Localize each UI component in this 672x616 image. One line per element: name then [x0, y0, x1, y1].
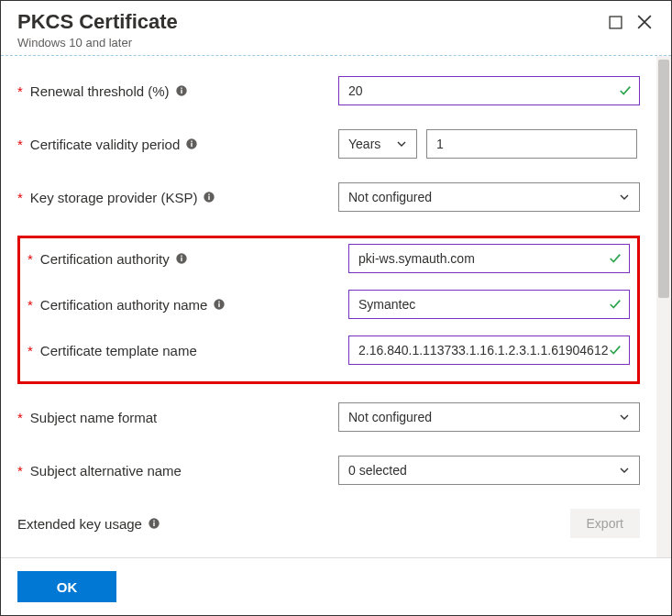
input-template[interactable]: 2.16.840.1.113733.1.16.1.2.3.1.1.6190461… — [348, 336, 630, 365]
row-validity-period: * Certificate validity period Years 1 — [17, 129, 640, 159]
info-icon[interactable] — [203, 191, 215, 204]
export-button: Export — [570, 509, 640, 538]
label-eku: Extended key usage — [17, 516, 142, 532]
info-icon[interactable] — [185, 138, 198, 150]
svg-rect-8 — [209, 196, 210, 200]
row-san: * Subject alternative name 0 selected — [17, 456, 640, 485]
row-ca-name: * Certification authority name Symantec — [28, 290, 630, 319]
close-button[interactable] — [634, 12, 655, 32]
scrollbar[interactable] — [656, 56, 671, 557]
label-ca-name: Certification authority name — [40, 297, 208, 313]
check-icon — [609, 344, 622, 357]
required-marker: * — [17, 83, 23, 99]
chevron-down-icon — [619, 465, 630, 476]
check-icon — [609, 298, 622, 311]
info-icon[interactable] — [175, 84, 188, 97]
svg-rect-0 — [610, 16, 622, 28]
required-marker: * — [17, 410, 23, 425]
dialog-subtitle: Windows 10 and later — [17, 36, 605, 50]
svg-rect-12 — [181, 256, 182, 257]
ok-button[interactable]: OK — [17, 571, 116, 602]
input-renewal-threshold[interactable]: 20 — [338, 76, 640, 105]
dialog-footer: OK — [1, 557, 671, 615]
select-subject-format[interactable]: Not configured — [338, 402, 640, 432]
maximize-icon — [609, 16, 622, 29]
row-template: * Certificate template name 2.16.840.1.1… — [28, 336, 630, 365]
maximize-button[interactable] — [605, 12, 625, 32]
label-template: Certificate template name — [40, 343, 197, 358]
svg-rect-3 — [181, 88, 182, 89]
svg-rect-2 — [181, 90, 182, 94]
required-marker: * — [28, 297, 33, 313]
info-icon[interactable] — [175, 252, 188, 265]
svg-rect-6 — [192, 141, 193, 142]
svg-rect-9 — [209, 194, 210, 195]
row-renewal-threshold: * Renewal threshold (%) 20 — [17, 76, 640, 105]
eku-col-name: Name — [17, 556, 192, 557]
eku-col-oid: Object Identifier — [201, 556, 357, 557]
eku-section: Extended key usage Export Name Not confi… — [17, 509, 640, 557]
svg-rect-15 — [219, 302, 220, 302]
chevron-down-icon — [619, 192, 630, 203]
svg-rect-5 — [192, 143, 193, 147]
svg-rect-18 — [153, 521, 154, 522]
dialog-window: PKCS Certificate Windows 10 and later * … — [0, 0, 672, 616]
check-icon — [619, 84, 632, 97]
scroll-thumb[interactable] — [658, 60, 669, 298]
label-san: Subject alternative name — [30, 463, 182, 478]
required-marker: * — [17, 190, 23, 205]
required-marker: * — [17, 137, 23, 152]
label-ksp: Key storage provider (KSP) — [30, 190, 198, 205]
svg-rect-11 — [181, 258, 182, 261]
required-marker: * — [28, 343, 33, 358]
row-ksp: * Key storage provider (KSP) Not configu… — [17, 182, 640, 212]
chevron-down-icon — [619, 412, 630, 423]
eku-col-predefined: Predefined values — [366, 556, 540, 557]
select-validity-unit[interactable]: Years — [338, 129, 417, 159]
svg-rect-14 — [219, 303, 220, 307]
dialog-title: PKCS Certificate — [17, 10, 605, 34]
close-icon — [637, 15, 652, 29]
label-ca: Certification authority — [40, 251, 170, 267]
required-marker: * — [28, 251, 33, 267]
dialog-body: * Renewal threshold (%) 20 * Certificate… — [1, 56, 656, 557]
check-icon — [609, 252, 622, 265]
select-ksp[interactable]: Not configured — [338, 182, 640, 212]
input-ca[interactable]: pki-ws.symauth.com — [348, 244, 630, 273]
info-icon[interactable] — [148, 517, 160, 530]
row-subject-format: * Subject name format Not configured — [17, 402, 640, 432]
input-validity-value[interactable]: 1 — [426, 129, 637, 159]
highlighted-group: * Certification authority pki-ws.symauth… — [17, 236, 640, 384]
svg-rect-17 — [153, 522, 154, 526]
info-icon[interactable] — [213, 298, 226, 311]
label-subject-format: Subject name format — [30, 410, 157, 425]
dialog-header: PKCS Certificate Windows 10 and later — [1, 1, 671, 56]
chevron-down-icon — [396, 138, 407, 149]
label-validity: Certificate validity period — [30, 137, 180, 152]
input-ca-name[interactable]: Symantec — [348, 290, 630, 319]
required-marker: * — [17, 463, 23, 478]
select-san[interactable]: 0 selected — [338, 456, 640, 485]
label-renewal: Renewal threshold (%) — [30, 83, 170, 99]
row-ca: * Certification authority pki-ws.symauth… — [28, 244, 630, 273]
